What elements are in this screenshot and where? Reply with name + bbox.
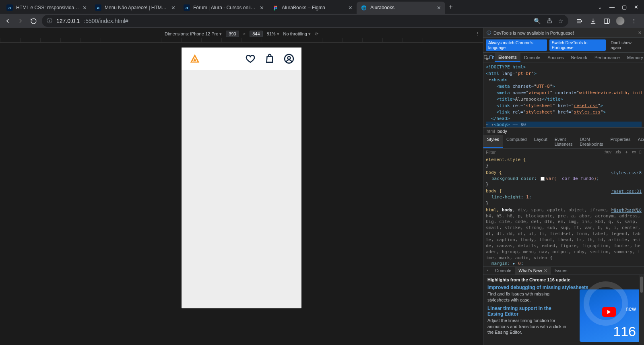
svg-rect-11 (493, 56, 494, 59)
dont-show-button[interactable]: Don't show again (608, 39, 642, 51)
device-height-input[interactable]: 844 (250, 31, 262, 37)
share-icon[interactable] (546, 17, 553, 25)
reading-list-icon[interactable] (575, 17, 584, 25)
styles-tab-a11y[interactable]: Accessibility (634, 135, 644, 148)
drawer-tab-issues[interactable]: Issues (551, 267, 571, 274)
rotate-icon[interactable]: ⟳ (315, 31, 318, 37)
styles-tab-layout[interactable]: Layout (530, 135, 551, 148)
address-bar[interactable]: ⓘ 127.0.0.1:5500/index.html# 🔍 ☆ (42, 15, 568, 27)
tab-title: Menu Não Aparece! | HTML e CS (105, 5, 168, 10)
tab-2[interactable]: a Menu Não Aparece! | HTML e CS ✕ (91, 2, 180, 14)
tab-console[interactable]: Console (520, 54, 544, 62)
device-toggle-icon[interactable] (489, 55, 495, 60)
window-controls: ⌄ — ▢ ✕ (598, 4, 644, 10)
svg-rect-6 (604, 19, 609, 23)
url-host: 127.0.0.1 (56, 18, 80, 24)
promo-version: 116 (613, 324, 636, 339)
styles-filter-row: :hov .cls ＋ ▭ ▯ (483, 149, 644, 156)
styles-tab-styles[interactable]: Styles (483, 135, 503, 148)
favicon-alura: a (6, 4, 13, 11)
tab-elements[interactable]: Elements (495, 53, 520, 62)
drawer-heading: Highlights from the Chrome 116 update (487, 277, 640, 282)
tab-1[interactable]: a HTML e CSS: responsividade com ✕ (2, 2, 91, 14)
forward-button[interactable] (16, 17, 25, 25)
zoom-icon[interactable]: 🔍 (534, 18, 541, 24)
download-icon[interactable] (588, 17, 597, 25)
sidepanel-icon[interactable] (602, 17, 611, 25)
styles-tab-listeners[interactable]: Event Listeners (551, 135, 576, 148)
devtools-panel: ⓘ DevTools is now available in Portugues… (483, 28, 644, 345)
tab-sources[interactable]: Sources (544, 54, 567, 62)
hov-toggle[interactable]: :hov (603, 149, 611, 155)
devtools-locale-buttons: Always match Chrome's language Switch De… (483, 38, 644, 53)
kebab-menu-icon[interactable]: ⋮ (483, 268, 491, 273)
styles-tab-computed[interactable]: Computed (503, 135, 530, 148)
computed-toggle-icon[interactable]: ▭ (632, 149, 636, 155)
close-icon[interactable]: ✕ (348, 5, 353, 11)
user-icon[interactable] (284, 54, 294, 64)
app-logo-icon (189, 53, 201, 65)
svg-point-0 (274, 6, 275, 7)
close-window-icon[interactable]: ✕ (634, 4, 638, 10)
device-throttling-select[interactable]: No throttling (283, 31, 311, 37)
new-tab-button[interactable]: ＋ (445, 1, 456, 12)
device-width-input[interactable]: 390 (226, 31, 239, 37)
reload-button[interactable] (29, 17, 38, 25)
star-icon[interactable]: ☆ (558, 18, 564, 24)
switch-language-button[interactable]: Switch DevTools to Portuguese (549, 39, 606, 51)
drawer-link-2[interactable]: Linear timing support in the Easing Edit… (487, 306, 568, 317)
source-link[interactable]: reset.css:18 (611, 207, 642, 213)
source-link[interactable]: styles.css:8 (611, 170, 642, 176)
source-link[interactable]: reset.css:31 (611, 188, 642, 194)
info-icon[interactable]: ⓘ (47, 17, 52, 25)
back-button[interactable] (3, 17, 12, 25)
svg-point-1 (275, 6, 277, 7)
styles-tab-props[interactable]: Properties (607, 135, 634, 148)
tab-3[interactable]: a Fórum | Alura - Cursos online de ✕ (180, 2, 268, 14)
tab-title: AluraBooks – Figma (282, 5, 345, 10)
scrollbar[interactable] (639, 275, 644, 345)
devtools-info-bar: ⓘ DevTools is now available in Portugues… (483, 28, 644, 38)
new-rule-icon[interactable]: ＋ (624, 149, 629, 155)
sidebar-toggle-icon[interactable]: ▯ (639, 149, 642, 155)
drawer-body: Highlights from the Chrome 116 update Im… (483, 275, 644, 345)
device-zoom-select[interactable]: 81% (267, 31, 279, 37)
close-icon[interactable]: ✕ (638, 30, 642, 35)
tab-5[interactable]: 🌐 Alurabooks ✕ (357, 2, 445, 14)
profile-avatar[interactable] (616, 17, 625, 25)
tab-title: Fórum | Alura - Cursos online de (193, 5, 256, 10)
match-language-button[interactable]: Always match Chrome's language (486, 39, 547, 51)
close-icon[interactable]: ✕ (260, 5, 264, 11)
styles-rules[interactable]: element.style { } styles.css:8 body { ba… (483, 156, 644, 266)
close-icon[interactable]: ✕ (544, 268, 547, 273)
tab-performance[interactable]: Performance (591, 54, 623, 62)
dom-breadcrumbs[interactable]: html body (483, 128, 644, 135)
tab-network[interactable]: Network (568, 54, 591, 62)
kebab-menu-icon[interactable]: ⋮ (630, 17, 638, 25)
emulated-device-frame (182, 48, 301, 308)
tab-4[interactable]: AluraBooks – Figma ✕ (268, 2, 357, 14)
browser-toolbar: ⓘ 127.0.0.1:5500/index.html# 🔍 ☆ ⋮ (0, 14, 644, 28)
tab-memory[interactable]: Memory (623, 54, 644, 62)
device-kebab-icon[interactable]: ⋮ (475, 31, 480, 37)
styles-filter-input[interactable] (486, 150, 603, 155)
cls-toggle[interactable]: .cls (615, 149, 621, 155)
styles-tab-dombp[interactable]: DOM Breakpoints (576, 135, 607, 148)
minimize-icon[interactable]: — (609, 4, 615, 10)
device-dimensions-select[interactable]: Dimensions: iPhone 12 Pro (165, 31, 222, 37)
heart-icon[interactable] (245, 54, 256, 64)
drawer-tab-whatsnew[interactable]: What's New✕ (515, 267, 551, 275)
whatsnew-promo-card[interactable]: new 116 (580, 289, 640, 342)
svg-point-2 (274, 7, 275, 9)
close-icon[interactable]: ✕ (437, 5, 441, 11)
device-ruler (0, 38, 483, 43)
close-icon[interactable]: ✕ (83, 5, 87, 11)
maximize-icon[interactable]: ▢ (622, 4, 627, 10)
inspect-icon[interactable] (483, 55, 489, 60)
dom-tree[interactable]: <!DOCTYPE html> <html lang="pt-br"> ▾<he… (483, 62, 644, 128)
chevron-down-icon[interactable]: ⌄ (598, 4, 602, 10)
svg-point-8 (288, 56, 291, 59)
drawer-tab-console[interactable]: Console (491, 267, 515, 274)
close-icon[interactable]: ✕ (171, 5, 175, 11)
bag-icon[interactable] (264, 54, 275, 64)
